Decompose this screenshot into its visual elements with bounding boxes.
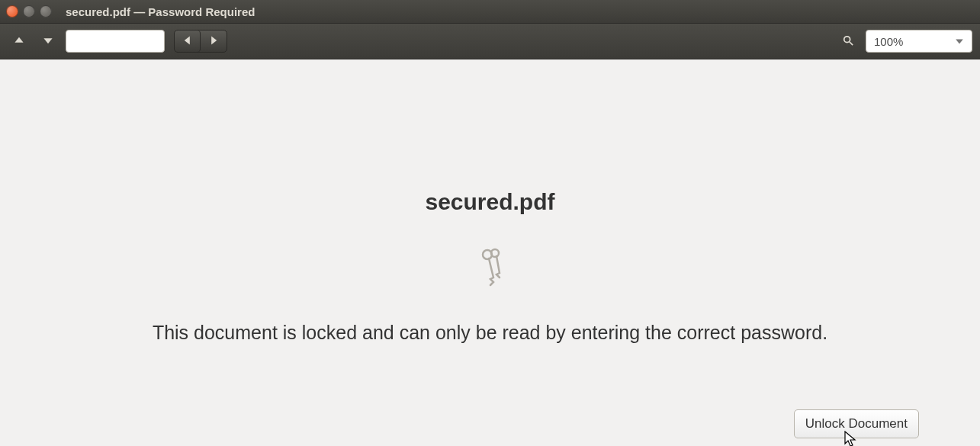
unlock-document-button[interactable]: Unlock Document <box>794 409 919 438</box>
toolbar: 100% <box>0 23 980 59</box>
minimize-icon[interactable] <box>23 5 35 18</box>
chevron-up-icon <box>14 35 24 48</box>
search-button[interactable] <box>837 30 860 53</box>
titlebar: secured.pdf — Password Required <box>0 0 980 23</box>
lock-message: This document is locked and can only be … <box>122 322 858 344</box>
next-page-button[interactable] <box>37 30 59 53</box>
page-input[interactable] <box>66 30 165 53</box>
content-area: secured.pdf This document is locked and … <box>0 59 980 446</box>
history-forward-button[interactable] <box>201 30 227 52</box>
chevron-right-icon <box>208 35 219 48</box>
window-title: secured.pdf — Password Required <box>66 5 255 18</box>
close-icon[interactable] <box>6 5 18 18</box>
svg-point-0 <box>844 36 850 42</box>
document-title: secured.pdf <box>425 189 554 215</box>
maximize-icon[interactable] <box>40 5 52 18</box>
chevron-down-icon <box>955 35 964 48</box>
chevron-left-icon <box>182 35 193 48</box>
prev-page-button[interactable] <box>8 30 31 53</box>
chevron-down-icon <box>43 35 53 48</box>
zoom-value: 100% <box>874 35 903 48</box>
svg-line-1 <box>850 41 853 44</box>
zoom-select[interactable]: 100% <box>866 30 972 53</box>
keys-icon <box>472 245 509 291</box>
history-nav <box>174 30 227 53</box>
history-back-button[interactable] <box>175 30 201 52</box>
search-icon <box>843 35 853 48</box>
window-controls <box>6 5 52 18</box>
